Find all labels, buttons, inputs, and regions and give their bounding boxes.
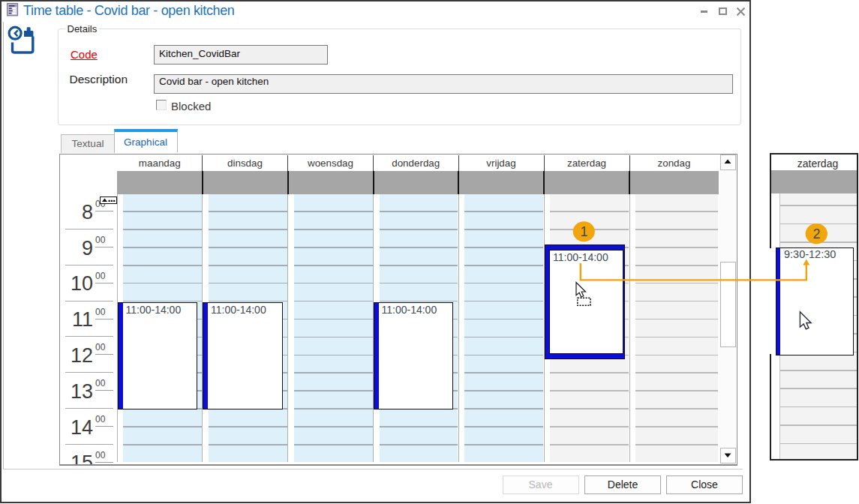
svg-text:2: 2	[812, 226, 820, 242]
svg-text:1: 1	[580, 224, 587, 239]
